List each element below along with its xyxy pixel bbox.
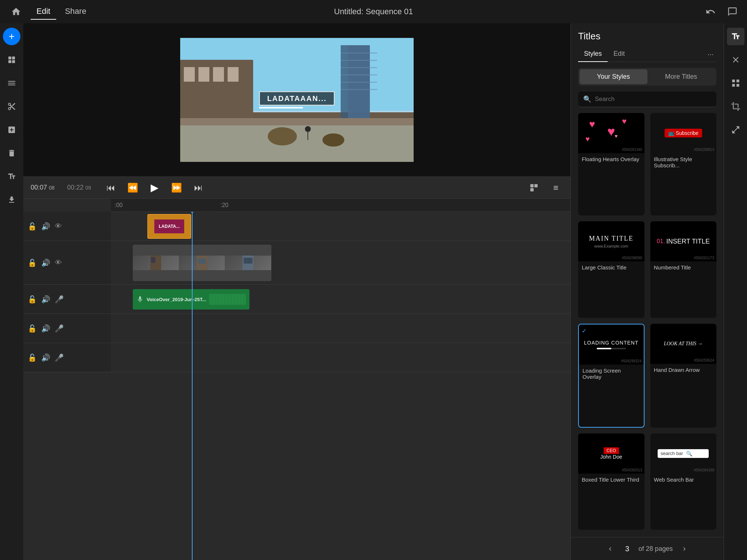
track-visibility-icon-1[interactable]: 👁	[55, 222, 62, 230]
video-frame: LADATAAAN...	[180, 38, 414, 162]
svg-rect-3	[12, 60, 15, 63]
ruler-mark-20: :20	[220, 202, 228, 209]
tab-edit[interactable]: Edit	[31, 4, 56, 20]
ruler-mark-0: :00	[115, 202, 123, 209]
track-lock-icon-1[interactable]: 🔓	[28, 222, 37, 231]
tool-trim-button[interactable]	[727, 51, 744, 69]
add-button[interactable]: +	[3, 28, 20, 45]
card-hand-drawn-arrow[interactable]: LOOK AT THIS → #504259524 Hand Drawn Arr…	[650, 324, 717, 428]
card-label-numbered: Numbered Title	[650, 261, 717, 273]
title-clip[interactable]: LADATA...	[147, 214, 191, 239]
card-numbered-title[interactable]: 01. INSERT TITLE #504261173 Numbered Tit…	[650, 221, 717, 318]
page-number: 3	[622, 545, 632, 553]
card-id-3: #504298090	[622, 256, 642, 260]
sidebar-item-export[interactable]	[3, 191, 20, 209]
panel-header: Titles Styles Edit ···	[571, 23, 724, 62]
card-label-loading: Loading Screen Overlay	[579, 365, 644, 383]
track-lock-icon-4[interactable]: 🔓	[28, 324, 37, 333]
video-overlay: LADATAAAN...	[259, 92, 334, 109]
track-visibility-icon-2[interactable]: 👁	[55, 258, 62, 267]
heart-icon-2: ♥	[607, 124, 615, 139]
loading-bar-outer	[597, 348, 626, 349]
card-loading-screen[interactable]: ✓ LOADING CONTENT #504299324 Loading Scr…	[578, 324, 645, 428]
classic-title-text: MAIN TITLE	[589, 235, 634, 242]
message-button[interactable]	[725, 4, 740, 19]
track-lock-icon-2[interactable]: 🔓	[28, 258, 37, 267]
tool-crop-button[interactable]	[727, 98, 744, 115]
track-audio-icon-1[interactable]: 🔊	[41, 222, 50, 231]
svg-rect-1	[12, 57, 15, 59]
track-audio-icon-2[interactable]: 🔊	[41, 258, 50, 267]
track-header-1: 🔓 🔊 👁	[23, 212, 111, 241]
search-bar-preview: search bar 🔍	[658, 449, 709, 458]
card-web-search-bar[interactable]: search bar 🔍 #504264189 Web Search Bar	[650, 433, 717, 530]
track-header-audio2: 🔓 🔊 🎤	[23, 314, 111, 343]
search-input[interactable]	[595, 96, 711, 103]
audio-clip[interactable]: VoiceOver_2019-Jun-25T...	[133, 289, 249, 310]
skip-to-start-button[interactable]: ⏮	[104, 180, 118, 195]
sidebar-item-titles[interactable]	[3, 168, 20, 185]
svg-rect-18	[341, 74, 377, 75]
track-lock-icon-5[interactable]: 🔓	[28, 353, 37, 362]
track-audio-icon-4[interactable]: 🔊	[41, 324, 50, 333]
undo-button[interactable]	[703, 4, 718, 19]
sidebar-item-add-track[interactable]	[3, 121, 20, 139]
current-time-display: 00:07 08	[31, 184, 60, 191]
fast-forward-button[interactable]: ⏩	[169, 180, 184, 195]
panel-more-button[interactable]: ···	[704, 47, 716, 61]
svg-rect-19	[341, 82, 377, 83]
tool-resize-button[interactable]	[727, 121, 744, 139]
video-loading-bar	[259, 107, 303, 109]
track-audio-icon-5[interactable]: 🔊	[41, 353, 50, 362]
svg-point-25	[305, 126, 311, 132]
rewind-button[interactable]: ⏪	[125, 180, 140, 195]
right-panel: Titles Styles Edit ··· Your Styles More …	[570, 23, 724, 560]
track-mic-icon-4[interactable]: 🎤	[55, 324, 64, 333]
sidebar-item-delete[interactable]	[3, 144, 20, 162]
skip-to-end-button[interactable]: ⏭	[191, 180, 206, 195]
left-sidebar: +	[0, 23, 23, 560]
sidebar-item-cut[interactable]	[3, 98, 20, 115]
card-label-arrow: Hand Drawn Arrow	[650, 364, 717, 376]
your-styles-button[interactable]: Your Styles	[580, 69, 647, 84]
card-thumb-boxed: CEO John Doe #504260313	[578, 433, 645, 474]
home-button[interactable]	[7, 3, 25, 20]
card-floating-hearts[interactable]: ♥ ♥ ♥ ♥ ♥ #504281340 Floating Hearts Ove…	[578, 113, 645, 215]
tool-titles-button[interactable]	[727, 28, 744, 45]
sidebar-item-library[interactable]	[3, 51, 20, 69]
track-content: LADATA...	[111, 212, 570, 560]
page-total: of 28 pages	[638, 545, 673, 553]
loading-bar-inner	[597, 348, 611, 349]
track-mic-icon-5[interactable]: 🎤	[55, 353, 64, 362]
prev-page-button[interactable]: ‹	[604, 542, 616, 556]
tab-styles[interactable]: Styles	[578, 46, 608, 62]
top-bar: Edit Share Untitled: Sequence 01	[0, 0, 747, 23]
card-label-search-bar: Web Search Bar	[650, 474, 717, 486]
card-classic-title[interactable]: MAIN TITLE www.Example.com #504298090 La…	[578, 221, 645, 318]
panel-title: Titles	[578, 31, 716, 42]
video-clip[interactable]	[133, 245, 271, 281]
card-thumb-subscribe: 📺 Subscribe #504258914	[650, 113, 717, 153]
more-options-button[interactable]: ≡	[549, 180, 563, 195]
panel-search: 🔍	[578, 92, 716, 107]
clip-mode-button[interactable]	[527, 180, 541, 195]
search-bar-icon: 🔍	[686, 451, 692, 456]
svg-point-24	[322, 133, 344, 147]
card-label-boxed: Boxed Title Lower Third	[578, 474, 645, 486]
track-header-audio: 🔓 🔊 🎤	[23, 285, 111, 314]
track-mic-icon-3[interactable]: 🎤	[55, 295, 64, 304]
tab-edit-panel[interactable]: Edit	[608, 46, 631, 62]
tab-share[interactable]: Share	[59, 4, 92, 20]
track-lock-icon-3[interactable]: 🔓	[28, 295, 37, 304]
top-tabs: Edit Share	[31, 4, 92, 20]
tool-grid-button[interactable]	[727, 74, 744, 92]
card-boxed-title[interactable]: CEO John Doe #504260313 Boxed Title Lowe…	[578, 433, 645, 530]
track-audio-icon-3[interactable]: 🔊	[41, 295, 50, 304]
sidebar-item-layers[interactable]	[3, 74, 20, 92]
next-page-button[interactable]: ›	[679, 542, 690, 556]
play-button[interactable]: ▶	[147, 180, 162, 195]
svg-rect-10	[198, 67, 209, 82]
numbered-text: 01.	[657, 238, 665, 245]
more-titles-button[interactable]: More Titles	[647, 69, 715, 84]
card-subscribe[interactable]: 📺 Subscribe #504258914 Illustrative Styl…	[650, 113, 717, 215]
